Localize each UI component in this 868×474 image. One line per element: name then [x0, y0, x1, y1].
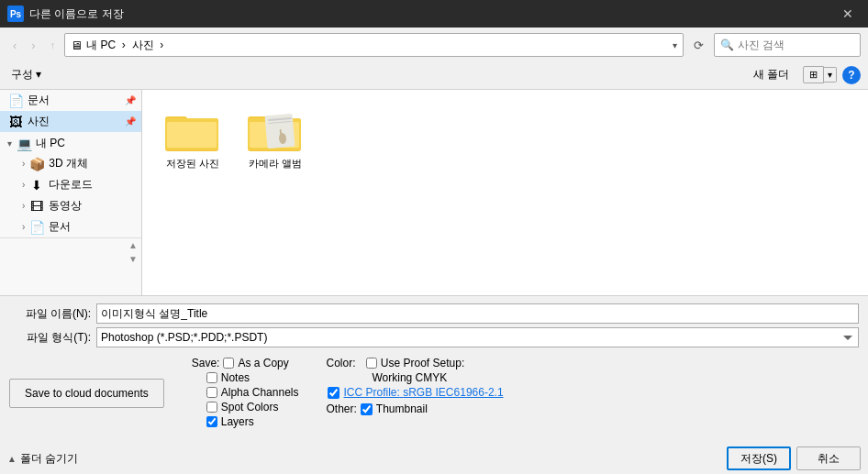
bottom-section: 파일 이름(N): 파일 형식(T): Photoshop (*.PSD;*.P…	[0, 295, 868, 441]
pin-icon: 📌	[125, 95, 136, 105]
notes-row: Notes	[192, 371, 299, 384]
address-dropdown-icon[interactable]: ▾	[673, 40, 677, 50]
sidebar-item-videos[interactable]: › 🎞 동영상	[0, 195, 141, 216]
save-button[interactable]: 저장(S)	[727, 446, 791, 470]
cancel-button[interactable]: 취소	[796, 446, 861, 470]
options-area: Save to cloud documents Save: As a Copy …	[9, 351, 859, 434]
view-options: ⊞ ▾	[803, 66, 837, 83]
scroll-down-arrow[interactable]: ▼	[0, 252, 141, 266]
file-label-camera-roll: 카메라 앨범	[249, 157, 302, 171]
chevron-right-icon: ›	[22, 159, 25, 169]
file-item-camera-roll[interactable]: 카메라 앨범	[239, 104, 312, 176]
back-button[interactable]: ‹	[7, 35, 22, 56]
layers-row: Layers	[192, 415, 299, 428]
as-copy-checkbox[interactable]	[223, 358, 234, 369]
sidebar-item-documents2[interactable]: › 📄 문서	[0, 216, 141, 237]
save-label-row: Save: As a Copy	[192, 357, 299, 369]
organize-button[interactable]: 구성 ▾	[7, 65, 45, 84]
sidebar-item-documents-pinned[interactable]: 📄 문서 📌	[0, 90, 141, 111]
view-dropdown-button[interactable]: ▾	[824, 67, 837, 83]
sidebar-item-photos-pinned[interactable]: 🖼 사진 📌	[0, 111, 141, 132]
folder-icon-saved	[165, 109, 220, 153]
new-folder-button[interactable]: 새 폴더	[745, 64, 797, 85]
use-proof-checkbox[interactable]	[366, 358, 377, 369]
thumbnail-label: Thumbnail	[376, 402, 428, 415]
filetype-label: 파일 형식(T):	[9, 330, 96, 346]
working-cmyk-label: Working CMYK	[372, 371, 447, 384]
thumbnail-checkbox[interactable]	[361, 403, 373, 415]
actions-row: 구성 ▾ 새 폴더 ⊞ ▾ ?	[0, 62, 868, 89]
file-item-saved-photos[interactable]: 저장된 사진	[156, 104, 229, 176]
save-cloud-button[interactable]: Save to cloud documents	[9, 379, 164, 408]
bottom-buttons: ▲ 폴더 숨기기 저장(S) 취소	[0, 441, 868, 474]
dialog: ‹ › ↑ 🖥 내 PC › 사진 › ▾ ⟳ 🔍 구성 ▾ 새 폴더 ⊞ ▾ …	[0, 28, 868, 474]
as-copy-label: As a Copy	[238, 357, 288, 369]
color-options: Color: Use Proof Setup: Working CMYK ICC…	[326, 357, 503, 430]
video-icon: 🎞	[28, 199, 45, 214]
filetype-row: 파일 형식(T): Photoshop (*.PSD;*.PDD;*.PSDT)	[9, 327, 859, 347]
scroll-up-arrow[interactable]: ▲	[0, 238, 141, 252]
notes-label: Notes	[221, 371, 250, 384]
folder-collapse-row[interactable]: ▲ 폴더 숨기기	[7, 451, 721, 467]
use-proof-label: Use Proof Setup:	[381, 357, 464, 369]
spot-colors-label: Spot Colors	[221, 401, 279, 413]
alpha-channels-row: Alpha Channels	[192, 386, 299, 399]
file-label-saved-photos: 저장된 사진	[166, 157, 219, 171]
folder-collapse-label: 폴더 숨기기	[20, 451, 78, 467]
icc-profile-link[interactable]: ICC Profile: sRGB IEC61966-2.1	[343, 386, 503, 399]
collapse-icon: ▲	[7, 454, 17, 464]
alpha-channels-checkbox[interactable]	[206, 387, 217, 398]
close-button[interactable]: ✕	[835, 1, 861, 27]
chevron-right-icon-3: ›	[22, 201, 25, 211]
3d-icon: 📦	[28, 157, 45, 171]
search-input[interactable]	[738, 39, 848, 51]
other-label: Other:	[326, 402, 356, 415]
computer-icon: 💻	[16, 137, 32, 151]
filename-row: 파일 이름(N):	[9, 303, 859, 324]
sidebar-item-3d-objects[interactable]: › 📦 3D 개체	[0, 153, 141, 174]
forward-button[interactable]: ›	[26, 35, 40, 56]
folder-icon-camera	[248, 109, 303, 153]
notes-checkbox[interactable]	[206, 372, 217, 383]
layers-checkbox[interactable]	[206, 416, 217, 427]
file-area: 저장된 사진 카메라 앨범	[142, 90, 868, 295]
title-bar-title: 다른 이름으로 저장	[29, 6, 835, 22]
address-bar[interactable]: 🖥 내 PC › 사진 › ▾	[64, 33, 684, 57]
search-icon: 🔍	[720, 39, 734, 51]
color-label: Color:	[326, 357, 355, 369]
layers-label: Layers	[221, 415, 254, 428]
address-bar-path: 내 PC › 사진 ›	[86, 38, 669, 53]
alpha-channels-label: Alpha Channels	[221, 386, 299, 399]
photos-icon: 🖼	[7, 115, 24, 129]
icc-profile-row: ICC Profile: sRGB IEC61966-2.1	[326, 386, 503, 399]
save-options: Save: As a Copy Notes Alpha Channels	[192, 357, 299, 430]
download-icon: ⬇	[28, 178, 45, 193]
chevron-right-icon-2: ›	[22, 180, 25, 190]
help-button[interactable]: ?	[842, 66, 861, 84]
up-button[interactable]: ↑	[45, 36, 61, 54]
sidebar-item-downloads[interactable]: › ⬇ 다운로드	[0, 174, 141, 195]
filename-label: 파일 이름(N):	[9, 306, 96, 322]
sidebar-item-my-pc[interactable]: ▾ 💻 내 PC	[0, 132, 141, 153]
chevron-down-icon: ▾	[7, 138, 12, 149]
pin-icon-2: 📌	[125, 116, 136, 127]
sidebar: 📄 문서 📌 🖼 사진 📌 ▾ 💻 내 PC › 📦	[0, 90, 142, 295]
icc-profile-checkbox[interactable]	[328, 387, 339, 399]
title-bar: Ps 다른 이름으로 저장 ✕	[0, 0, 868, 28]
svg-rect-3	[167, 122, 217, 148]
app-icon: Ps	[7, 6, 24, 22]
spot-colors-checkbox[interactable]	[206, 402, 217, 413]
view-toggle-button[interactable]: ⊞	[803, 66, 824, 83]
document-icon: 📄	[7, 94, 24, 108]
use-proof-row: Color: Use Proof Setup:	[326, 357, 503, 369]
main-content: 📄 문서 📌 🖼 사진 📌 ▾ 💻 내 PC › 📦	[0, 89, 868, 295]
toolbar: ‹ › ↑ 🖥 내 PC › 사진 › ▾ ⟳ 🔍	[0, 28, 868, 62]
document-icon-2: 📄	[28, 220, 45, 235]
refresh-button[interactable]: ⟳	[687, 35, 710, 56]
filename-input[interactable]	[96, 303, 859, 324]
filetype-select[interactable]: Photoshop (*.PSD;*.PDD;*.PSDT)	[96, 327, 859, 347]
chevron-right-icon-4: ›	[22, 222, 25, 232]
search-box[interactable]: 🔍	[714, 33, 861, 57]
spot-colors-row: Spot Colors	[192, 401, 299, 413]
save-label: Save:	[192, 357, 220, 369]
